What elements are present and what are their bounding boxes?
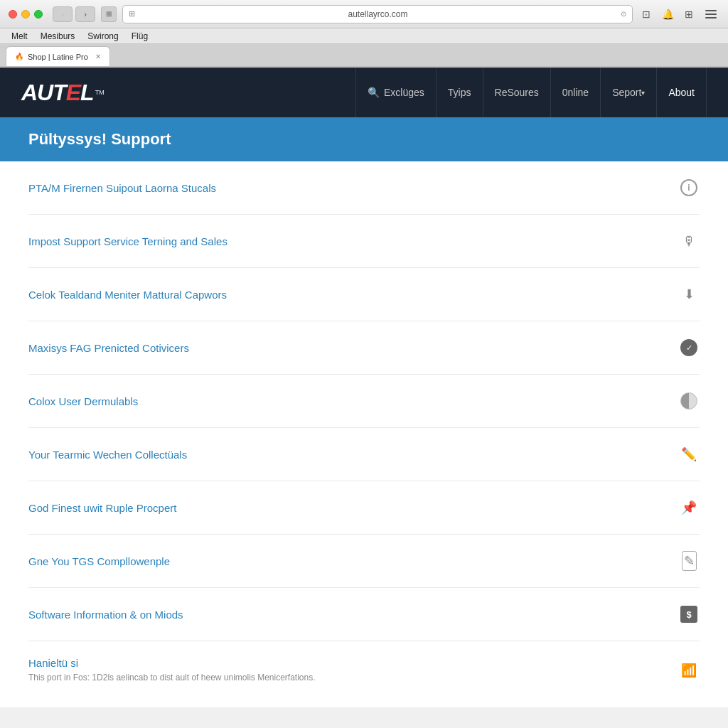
tab-title: Shop | Latine Pro: [28, 53, 88, 61]
tab-favicon: 🔥: [15, 53, 23, 60]
item-content: Your Tearmic Wechen Collectüals: [28, 449, 187, 461]
menu-swirong[interactable]: Swirong: [82, 30, 124, 43]
menu-flug[interactable]: Flüg: [126, 30, 154, 43]
list-item[interactable]: Hanieltü si This port in Fos: 1D2ls aeli…: [28, 641, 700, 700]
item-title[interactable]: PTA/M Firernen Suipout Laorna Stucals: [28, 182, 216, 194]
nav-support[interactable]: Seport ▾: [601, 68, 657, 117]
nav-links: 🔍 Exclüges Tyips ReSoures 0nline Seport …: [355, 68, 707, 117]
window-chrome: ‹ › ⊞ ⊞ autellayrco.com ⊙ ⊡ 🔔 ⊞ Melt Mes…: [0, 0, 728, 68]
url-text: autellayrco.com: [139, 9, 616, 19]
item-title[interactable]: Software Information & on Miods: [28, 609, 183, 621]
item-content: Software Information & on Miods: [28, 609, 183, 621]
nav-tips[interactable]: Tyips: [437, 68, 483, 117]
nav-resources[interactable]: ReSoures: [483, 68, 551, 117]
list-item[interactable]: Colox User Dermulabls: [28, 375, 700, 428]
item-title[interactable]: Your Tearmic Wechen Collectüals: [28, 449, 187, 461]
address-bar-container: ⊞ autellayrco.com ⊙: [122, 5, 633, 23]
menu-bar: Melt Mesiburs Swirong Flüg: [0, 28, 728, 44]
logo-tm: TM: [95, 89, 105, 96]
item-content: Hanieltü si This port in Fos: 1D2ls aeli…: [28, 657, 316, 684]
page-header: Pültyssys! Support: [0, 117, 728, 161]
nav-online[interactable]: 0nline: [551, 68, 601, 117]
list-item[interactable]: Software Information & on Miods $: [28, 588, 700, 641]
item-icon-edit: ✎: [678, 550, 700, 572]
item-content: Impost Support Service Terning and Sales: [28, 235, 228, 247]
list-item[interactable]: God Finest uwit Ruple Procpert 📌: [28, 481, 700, 535]
item-icon-download: ⬇: [678, 284, 700, 305]
item-icon-mic: 🎙: [678, 230, 700, 252]
item-title[interactable]: God Finest uwit Ruple Procpert: [28, 502, 176, 514]
item-icon-pin: 📌: [678, 497, 700, 518]
item-desc: This port in Fos: 1D2ls aelincab to dist…: [28, 672, 316, 684]
menu-mesiburs[interactable]: Mesiburs: [35, 30, 81, 43]
item-content: Colox User Dermulabls: [28, 395, 138, 407]
item-title[interactable]: Celok Tealdand Meniter Mattural Capwors: [28, 289, 227, 301]
title-bar: ‹ › ⊞ ⊞ autellayrco.com ⊙ ⊡ 🔔 ⊞: [0, 0, 728, 28]
notification-icon[interactable]: 🔔: [660, 6, 675, 22]
item-content: Celok Tealdand Meniter Mattural Capwors: [28, 289, 227, 301]
menu-melt[interactable]: Melt: [6, 30, 33, 43]
tab-close-icon[interactable]: ✕: [95, 53, 101, 60]
share-icon[interactable]: ⊡: [638, 6, 654, 22]
nav-about[interactable]: About: [657, 68, 707, 117]
item-content: Maxisys FAG Prenicted Cotivicers: [28, 342, 189, 354]
site-content: AUTEL TM 🔍 Exclüges Tyips ReSoures 0nlin…: [0, 68, 728, 707]
tab-view-icon[interactable]: ⊞: [101, 6, 117, 22]
logo-text: AUTEL: [21, 80, 94, 106]
forward-button[interactable]: ›: [75, 6, 95, 22]
autel-logo[interactable]: AUTEL TM: [21, 80, 105, 106]
address-bar[interactable]: ⊞ autellayrco.com ⊙: [122, 5, 633, 23]
item-icon-info: i: [678, 177, 700, 198]
item-icon-wifi: 📶: [678, 660, 700, 681]
item-title[interactable]: Maxisys FAG Prenicted Cotivicers: [28, 342, 189, 354]
list-item[interactable]: Celok Tealdand Meniter Mattural Capwors …: [28, 268, 700, 321]
item-title[interactable]: Impost Support Service Terning and Sales: [28, 235, 228, 247]
back-button[interactable]: ‹: [53, 6, 73, 22]
nav-arrows: ‹ ›: [53, 6, 95, 22]
toolbar-icons: ⊡ 🔔 ⊞: [638, 6, 697, 22]
list-item[interactable]: Maxisys FAG Prenicted Cotivicers ✓: [28, 321, 700, 375]
item-content: Gne You TGS Compllowenple: [28, 555, 170, 567]
support-list: PTA/M Firernen Suipout Laorna Stucals i …: [0, 161, 728, 700]
action-icon[interactable]: ⊞: [681, 6, 697, 22]
autel-navbar: AUTEL TM 🔍 Exclüges Tyips ReSoures 0nlin…: [0, 68, 728, 117]
traffic-lights: [9, 10, 43, 18]
list-item[interactable]: Gne You TGS Compllowenple ✎: [28, 535, 700, 588]
address-clear-icon[interactable]: ⊙: [621, 10, 626, 18]
nav-exchanges[interactable]: 🔍 Exclüges: [355, 68, 437, 117]
item-title[interactable]: Colox User Dermulabls: [28, 395, 138, 407]
address-icon: ⊞: [129, 9, 135, 18]
item-title[interactable]: Gne You TGS Compllowenple: [28, 555, 170, 567]
page-title: Pültyssys! Support: [28, 130, 700, 149]
maximize-button[interactable]: [34, 10, 43, 18]
browser-tab[interactable]: 🔥 Shop | Latine Pro ✕: [6, 46, 110, 66]
item-content: God Finest uwit Ruple Procpert: [28, 502, 176, 514]
dropdown-icon: ▾: [641, 89, 645, 97]
item-icon-dollar: $: [678, 604, 700, 625]
hamburger-menu[interactable]: [702, 7, 719, 21]
list-item[interactable]: Your Tearmic Wechen Collectüals ✏️: [28, 428, 700, 481]
item-icon-check: ✓: [678, 337, 700, 358]
item-icon-half-circle: [678, 390, 700, 412]
search-icon: 🔍: [368, 87, 380, 98]
list-item[interactable]: PTA/M Firernen Suipout Laorna Stucals i: [28, 161, 700, 215]
item-icon-pencil: ✏️: [678, 444, 700, 465]
list-item[interactable]: Impost Support Service Terning and Sales…: [28, 215, 700, 268]
close-button[interactable]: [9, 10, 17, 18]
item-title[interactable]: Hanieltü si: [28, 657, 316, 669]
tab-bar: 🔥 Shop | Latine Pro ✕: [0, 44, 728, 67]
item-content: PTA/M Firernen Suipout Laorna Stucals: [28, 182, 216, 194]
minimize-button[interactable]: [21, 10, 30, 18]
